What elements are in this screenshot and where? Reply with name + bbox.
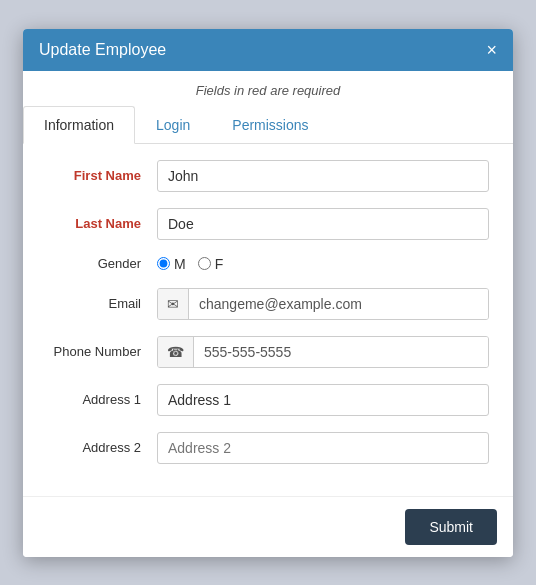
modal-dialog: Update Employee × Fields in red are requ…: [23, 29, 513, 557]
last-name-label: Last Name: [47, 216, 157, 231]
first-name-input[interactable]: [157, 160, 489, 192]
modal-body: Fields in red are required Information L…: [23, 71, 513, 496]
gender-female-radio[interactable]: [198, 257, 211, 270]
close-button[interactable]: ×: [486, 41, 497, 59]
submit-button[interactable]: Submit: [405, 509, 497, 545]
gender-female-label: F: [215, 256, 224, 272]
phone-icon: ☎: [158, 337, 194, 367]
form-area: First Name Last Name Gender M: [23, 144, 513, 496]
last-name-input[interactable]: [157, 208, 489, 240]
email-input-wrapper: ✉: [157, 288, 489, 320]
email-icon: ✉: [158, 289, 189, 319]
email-label: Email: [47, 296, 157, 311]
phone-input-wrapper: ☎: [157, 336, 489, 368]
first-name-label: First Name: [47, 168, 157, 183]
address2-label: Address 2: [47, 440, 157, 455]
modal-footer: Submit: [23, 496, 513, 557]
overlay: Update Employee × Fields in red are requ…: [0, 0, 536, 585]
address1-row: Address 1: [47, 384, 489, 416]
address2-row: Address 2: [47, 432, 489, 464]
first-name-row: First Name: [47, 160, 489, 192]
email-input[interactable]: [189, 289, 488, 319]
tab-login[interactable]: Login: [135, 106, 211, 144]
required-note: Fields in red are required: [23, 71, 513, 106]
gender-row: Gender M F: [47, 256, 489, 272]
address1-label: Address 1: [47, 392, 157, 407]
tab-information[interactable]: Information: [23, 106, 135, 144]
address1-input[interactable]: [157, 384, 489, 416]
modal-title: Update Employee: [39, 41, 166, 59]
address2-input[interactable]: [157, 432, 489, 464]
gender-options: M F: [157, 256, 223, 272]
phone-input[interactable]: [194, 337, 488, 367]
gender-label: Gender: [47, 256, 157, 271]
gender-male-radio[interactable]: [157, 257, 170, 270]
tab-permissions[interactable]: Permissions: [211, 106, 329, 144]
phone-label: Phone Number: [47, 344, 157, 359]
gender-male-label: M: [174, 256, 186, 272]
last-name-row: Last Name: [47, 208, 489, 240]
phone-row: Phone Number ☎: [47, 336, 489, 368]
email-row: Email ✉: [47, 288, 489, 320]
modal-header: Update Employee ×: [23, 29, 513, 71]
tabs-container: Information Login Permissions: [23, 106, 513, 144]
gender-male-option[interactable]: M: [157, 256, 186, 272]
gender-female-option[interactable]: F: [198, 256, 224, 272]
